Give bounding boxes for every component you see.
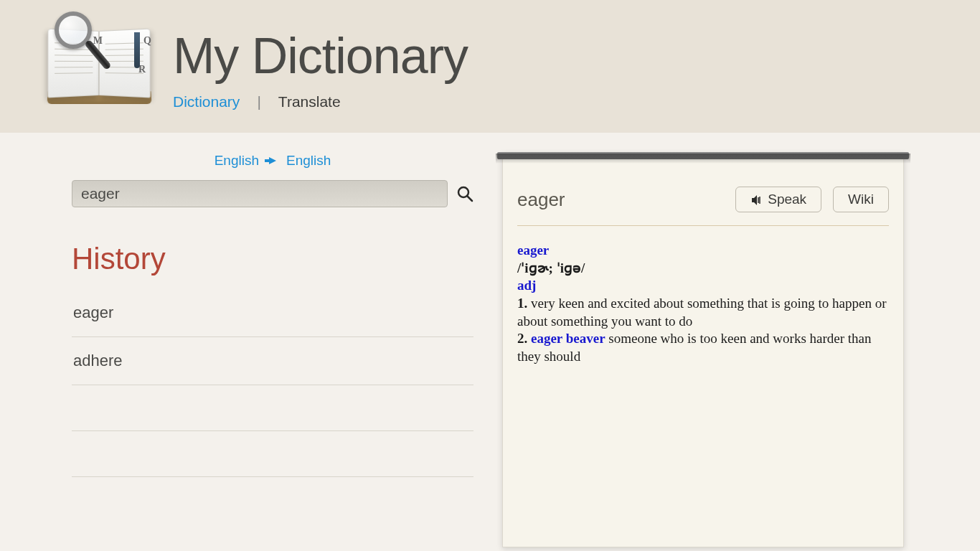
definition-pronunciation: /ˈiɡɚ; ˈiɡə/ [517, 260, 585, 276]
history-empty-row [72, 385, 473, 431]
tab-translate[interactable]: Translate [278, 93, 341, 110]
definition-body: eager /ˈiɡɚ; ˈiɡə/ adj 1. very keen and … [517, 226, 889, 366]
speak-button[interactable]: Speak [735, 187, 821, 212]
search-input[interactable] [72, 180, 448, 207]
app-logo: M Q R [40, 7, 166, 115]
definition-sense: 1. very keen and excited about something… [517, 295, 889, 330]
search-button[interactable] [456, 185, 473, 202]
svg-line-1 [467, 196, 472, 201]
lang-from[interactable]: English [215, 153, 259, 169]
tab-dictionary[interactable]: Dictionary [173, 93, 240, 110]
wiki-button[interactable]: Wiki [833, 187, 889, 212]
history-title: History [72, 242, 473, 276]
magnifier-icon [55, 11, 105, 76]
definition-pos: adj [517, 278, 536, 293]
arrow-right-icon [269, 157, 276, 164]
definition-panel: eager Speak Wiki eager /ˈiɡɚ; ˈiɡə/ [502, 153, 904, 547]
history-item[interactable]: eager [72, 289, 473, 337]
history-item[interactable]: adhere [72, 337, 473, 385]
history-empty-row [72, 431, 473, 477]
definition-headword: eager [517, 242, 549, 258]
tab-bar: Dictionary | Translate [173, 93, 468, 110]
header: M Q R My Dictionary Dictionary | Transla… [0, 0, 980, 133]
wiki-label: Wiki [848, 192, 874, 207]
definition-word: eager [517, 189, 565, 211]
language-selector[interactable]: English English [72, 153, 473, 169]
search-icon [456, 185, 473, 202]
lang-to[interactable]: English [286, 153, 331, 169]
speak-label: Speak [768, 192, 806, 207]
tab-separator: | [257, 93, 260, 110]
speaker-icon [750, 194, 762, 205]
app-title: My Dictionary [173, 27, 468, 85]
definition-sense: 2. eager beaver someone who is too keen … [517, 330, 889, 365]
